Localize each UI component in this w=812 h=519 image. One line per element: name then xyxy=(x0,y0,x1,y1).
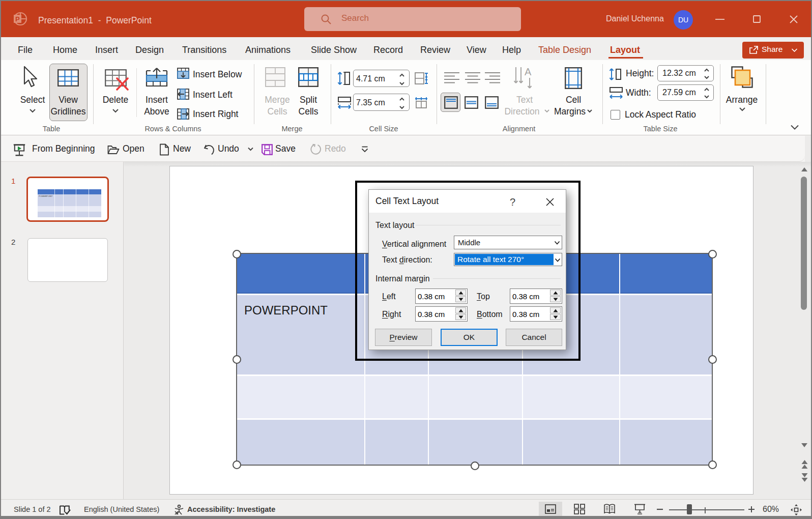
svg-text:P: P xyxy=(15,15,20,23)
svg-text:A: A xyxy=(525,67,532,77)
